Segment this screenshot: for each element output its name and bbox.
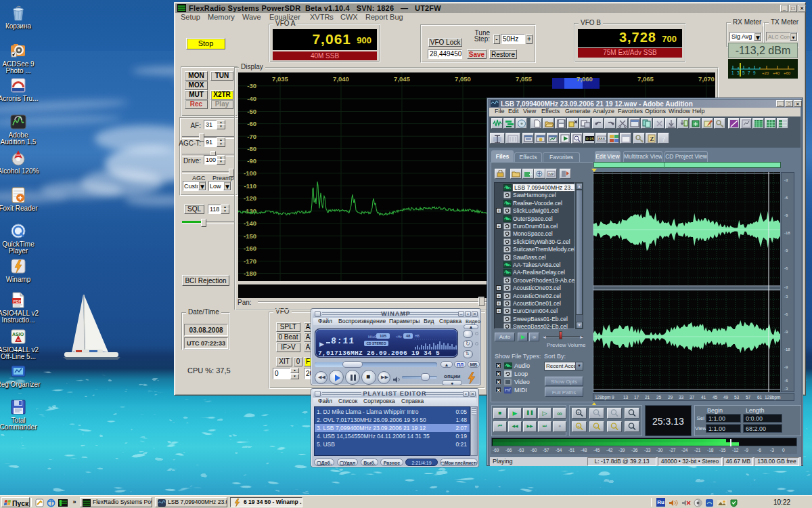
svg-text:-150: -150 bbox=[244, 232, 256, 240]
svg-text:-70: -70 bbox=[247, 133, 256, 140]
svg-text:-140: -140 bbox=[244, 219, 256, 227]
svg-text:+40: +40 bbox=[773, 71, 780, 75]
svg-text:-170: -170 bbox=[244, 257, 256, 265]
svg-text:9: 9 bbox=[753, 70, 756, 75]
svg-text:0:15: 0:15 bbox=[586, 137, 594, 141]
svg-text:7,070: 7,070 bbox=[698, 75, 715, 83]
svg-text:-30: -30 bbox=[247, 82, 256, 89]
svg-text:+60: +60 bbox=[784, 71, 791, 75]
svg-text:+20: +20 bbox=[762, 71, 769, 75]
svg-text:7,060: 7,060 bbox=[577, 75, 593, 83]
svg-text:7,045: 7,045 bbox=[394, 75, 410, 83]
svg-text:Z: Z bbox=[650, 135, 654, 142]
svg-text:-: - bbox=[595, 410, 596, 415]
svg-text:-180: -180 bbox=[244, 270, 256, 277]
svg-text:7,065: 7,065 bbox=[637, 75, 654, 83]
svg-text:7,040: 7,040 bbox=[333, 75, 349, 83]
svg-text:-60: -60 bbox=[247, 120, 256, 127]
svg-text:888: 888 bbox=[598, 137, 606, 141]
svg-text:-: - bbox=[595, 424, 596, 428]
svg-text:-90: -90 bbox=[247, 157, 256, 165]
svg-text:+: + bbox=[577, 424, 580, 428]
svg-text:7,035: 7,035 bbox=[272, 75, 288, 83]
svg-text:3: 3 bbox=[737, 70, 740, 75]
svg-text:?: ? bbox=[662, 135, 666, 143]
svg-text:-80: -80 bbox=[247, 145, 256, 152]
svg-text:5: 5 bbox=[742, 70, 745, 75]
svg-text:-120: -120 bbox=[244, 194, 256, 202]
svg-text:7: 7 bbox=[748, 70, 750, 75]
svg-text:-40: -40 bbox=[247, 95, 256, 102]
svg-text:1: 1 bbox=[731, 70, 734, 75]
svg-text:-50: -50 bbox=[247, 108, 256, 115]
svg-text:-110: -110 bbox=[244, 182, 257, 190]
svg-text:-160: -160 bbox=[244, 245, 256, 252]
svg-text:7,050: 7,050 bbox=[455, 75, 471, 83]
svg-text:IMP: IMP bbox=[548, 172, 555, 176]
svg-text:+: + bbox=[577, 410, 580, 415]
svg-text:PDF: PDF bbox=[14, 299, 22, 303]
svg-text:-100: -100 bbox=[244, 169, 256, 177]
svg-text:7,055: 7,055 bbox=[516, 75, 532, 83]
